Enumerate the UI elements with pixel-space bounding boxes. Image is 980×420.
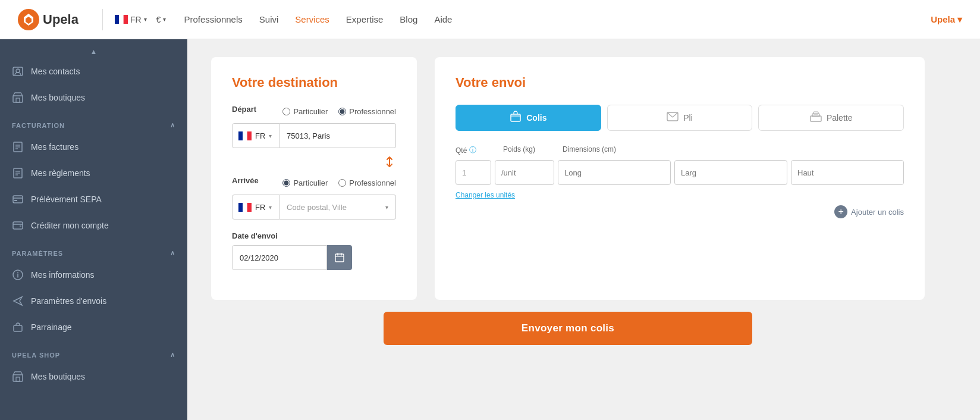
swap-icon-container — [232, 155, 396, 171]
language-selector[interactable]: FR ▾ — [115, 15, 147, 24]
arrivee-country-select[interactable]: FR ▾ — [232, 195, 279, 220]
depart-type-group: Particulier Professionnel — [282, 107, 396, 116]
poids-input[interactable] — [495, 160, 554, 185]
svg-rect-33 — [247, 203, 252, 212]
envoi-card: Votre envoi Colis — [435, 57, 925, 300]
sidebar-item-credit[interactable]: Créditer mon compte — [0, 212, 187, 239]
sidebar-label-contacts: Mes contacts — [31, 67, 80, 76]
svg-rect-1 — [115, 15, 119, 24]
sidebar-item-boutiques-bottom[interactable]: Mes boutiques — [0, 363, 187, 390]
arrivee-city-dropdown[interactable]: Code postal, Ville ▾ — [279, 195, 396, 220]
qte-input[interactable] — [456, 160, 491, 185]
svg-rect-30 — [247, 131, 252, 140]
sidebar-label-reglements: Mes règlements — [31, 168, 90, 178]
section-facturation-header[interactable]: FACTURATION ∧ — [0, 111, 187, 134]
arrivee-professionnel-radio[interactable] — [338, 179, 346, 187]
nav-aide[interactable]: Aide — [434, 14, 452, 24]
envoi-tabs: Colis Pli — [456, 105, 904, 131]
nav-professionnels[interactable]: Professionnels — [184, 14, 242, 24]
section-upelashop-header[interactable]: UPELA SHOP ∧ — [0, 340, 187, 363]
date-input[interactable] — [232, 245, 327, 270]
depart-particulier-label[interactable]: Particulier — [282, 107, 328, 116]
parrainage-icon — [12, 321, 24, 333]
arrivee-label: Arrivée — [232, 176, 259, 185]
sidebar-item-parrainage[interactable]: Parrainage — [0, 314, 187, 340]
depart-professionnel-text: Professionnel — [349, 107, 396, 116]
nav-expertise[interactable]: Expertise — [346, 14, 384, 24]
sidebar-item-parametres-envois[interactable]: Paramètres d'envois — [0, 288, 187, 314]
changer-unites-link[interactable]: Changer les unités — [456, 191, 515, 199]
sidebar-label-boutiques-bottom: Mes boutiques — [31, 372, 85, 381]
section-parametres-chevron: ∧ — [170, 249, 175, 257]
sidebar-label-parametres-envois: Paramètres d'envois — [31, 296, 106, 306]
poids-header: Poids (kg) — [503, 145, 563, 155]
long-input[interactable] — [558, 160, 671, 185]
date-group: Date d'envoi — [232, 231, 396, 270]
haut-input[interactable] — [791, 160, 904, 185]
page-layout: ▲ Mes contacts Mes boutiques — [0, 39, 980, 420]
arrivee-city-placeholder: Code postal, Ville — [287, 203, 347, 212]
qte-header: Qté ⓘ — [456, 145, 503, 155]
lang-label: FR — [130, 15, 142, 24]
sidebar-label-boutiques-top: Mes boutiques — [31, 93, 85, 102]
sidebar-item-boutiques-top[interactable]: Mes boutiques — [0, 84, 187, 111]
colis-input-row — [456, 160, 904, 185]
logo[interactable]: Upela — [18, 9, 78, 30]
svg-rect-18 — [14, 200, 17, 201]
section-facturation-title: FACTURATION — [12, 122, 65, 129]
arrivee-professionnel-label[interactable]: Professionnel — [338, 178, 396, 187]
svg-rect-3 — [124, 15, 128, 24]
swap-arrows-icon[interactable] — [383, 155, 396, 171]
depart-country-select[interactable]: FR ▾ — [232, 123, 279, 148]
depart-city-select[interactable]: 75013, Paris — [279, 123, 396, 148]
nav-suivi[interactable]: Suivi — [259, 14, 279, 24]
date-calendar-button[interactable] — [327, 245, 352, 270]
svg-point-24 — [17, 272, 18, 274]
ajouter-colis-button[interactable]: + Ajouter un colis — [456, 205, 904, 218]
sidebar-item-reglements[interactable]: Mes règlements — [0, 160, 187, 186]
svg-rect-31 — [238, 203, 243, 212]
svg-rect-38 — [511, 114, 520, 121]
depart-country-code: FR — [255, 131, 265, 140]
svg-rect-6 — [13, 96, 23, 102]
arrivee-particulier-label[interactable]: Particulier — [282, 178, 328, 187]
sidebar-item-factures[interactable]: Mes factures — [0, 134, 187, 160]
sidebar-label-informations: Mes informations — [31, 270, 95, 280]
sidebar-label-sepa: Prélèvement SEPA — [31, 195, 102, 204]
tab-colis[interactable]: Colis — [456, 105, 601, 131]
scroll-up-indicator: ▲ — [0, 45, 187, 58]
tab-pli[interactable]: Pli — [607, 105, 753, 131]
nav-services[interactable]: Services — [295, 14, 329, 24]
section-upelashop-chevron: ∧ — [170, 351, 175, 359]
depart-professionnel-radio[interactable] — [338, 108, 346, 115]
sidebar-label-parrainage: Parrainage — [31, 322, 72, 332]
arrivee-particulier-text: Particulier — [293, 178, 328, 187]
palette-icon — [810, 111, 822, 124]
section-upelashop-title: UPELA SHOP — [12, 352, 60, 359]
sidebar-item-contacts[interactable]: Mes contacts — [0, 58, 187, 84]
depart-particulier-radio[interactable] — [282, 108, 290, 115]
svg-rect-25 — [14, 325, 22, 331]
sidebar-item-informations[interactable]: Mes informations — [0, 262, 187, 288]
arrivee-group: Arrivée Particulier Professionnel — [232, 176, 396, 220]
factures-icon — [12, 141, 24, 153]
arrivee-particulier-radio[interactable] — [282, 179, 290, 187]
larg-input[interactable] — [674, 160, 787, 185]
currency-selector[interactable]: € ▾ — [156, 15, 167, 24]
section-facturation-chevron: ∧ — [170, 121, 175, 129]
envoyer-button[interactable]: Envoyer mon colis — [384, 312, 752, 345]
arrivee-country-code: FR — [255, 203, 265, 212]
arrivee-type-group: Particulier Professionnel — [282, 178, 396, 187]
sidebar-item-sepa[interactable]: Prélèvement SEPA — [0, 186, 187, 212]
logo-text: Upela — [43, 12, 78, 27]
envoi-title: Votre envoi — [456, 75, 904, 90]
user-menu[interactable]: Upela ▾ — [931, 14, 962, 25]
nav-blog[interactable]: Blog — [400, 14, 417, 24]
boutiques-top-icon — [12, 92, 24, 104]
svg-rect-28 — [238, 131, 243, 140]
contacts-icon — [12, 65, 24, 77]
section-parametres-header[interactable]: PARAMÈTRES ∧ — [0, 239, 187, 262]
tab-palette[interactable]: Palette — [758, 105, 904, 131]
depart-professionnel-label[interactable]: Professionnel — [338, 107, 396, 116]
depart-input-row: FR ▾ 75013, Paris — [232, 123, 396, 148]
